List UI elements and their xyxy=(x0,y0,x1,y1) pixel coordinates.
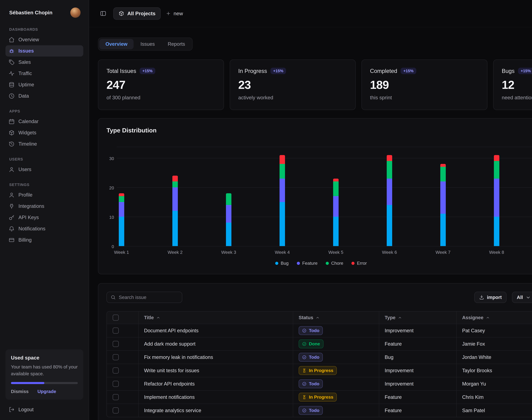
row-checkbox[interactable] xyxy=(113,381,119,387)
sidebar-item-data[interactable]: Data xyxy=(5,90,83,102)
dismiss-link[interactable]: Dismiss xyxy=(11,389,29,394)
stat-value: 247 xyxy=(106,78,215,91)
check-circle-icon xyxy=(302,408,306,413)
status-label: Todo xyxy=(309,328,319,333)
import-button[interactable]: import xyxy=(474,292,507,303)
cell-title: Integrate analytics service xyxy=(138,404,293,417)
table-row: Integrate analytics serviceTodoFeatureSa… xyxy=(107,404,532,417)
sidebar-item-users[interactable]: Users xyxy=(5,164,83,175)
row-checkbox[interactable] xyxy=(113,367,119,374)
sidebar-item-notifications[interactable]: Notifications xyxy=(5,223,83,234)
sidebar-item-widgets[interactable]: Widgets xyxy=(5,127,83,138)
sidebar-item-label: Issues xyxy=(18,48,34,54)
issues-card: import All TitleStatusTypeAssigneeDocume… xyxy=(98,283,532,420)
sidebar-item-profile[interactable]: Profile xyxy=(5,189,83,201)
cell-status: Todo xyxy=(293,404,379,417)
upgrade-link[interactable]: Upgrade xyxy=(37,389,56,394)
search-input[interactable] xyxy=(119,295,178,300)
segment-bug xyxy=(494,217,499,246)
segment-chore xyxy=(119,196,124,202)
stat-label: Bugs xyxy=(502,68,515,74)
sidebar-item-issues[interactable]: Issues xyxy=(5,45,83,57)
cube-icon xyxy=(119,11,124,16)
table-row: Implement notificationsIn ProgressFeatur… xyxy=(107,391,532,404)
sidebar-user-row: Sébastien Chopin xyxy=(5,5,83,18)
row-checkbox[interactable] xyxy=(113,354,119,360)
used-space-card: Used space Your team has used 80% of you… xyxy=(5,349,83,400)
sidebar-item-api-keys[interactable]: API Keys xyxy=(5,212,83,223)
tab-reports[interactable]: Reports xyxy=(162,39,191,49)
app-root: Sébastien Chopin DASHBOARDSOverviewIssue… xyxy=(0,0,532,420)
chart-legend: BugFeatureChoreError xyxy=(106,261,532,266)
gridline xyxy=(117,158,532,158)
x-axis-label: Week 1 xyxy=(106,250,137,255)
bug-icon xyxy=(9,48,15,54)
status-label: Done xyxy=(309,341,320,346)
sidebar-item-integrations[interactable]: Integrations xyxy=(5,201,83,212)
sidebar-item-uptime[interactable]: Uptime xyxy=(5,79,83,90)
segment-chore xyxy=(494,161,499,179)
segment-chore xyxy=(280,164,285,179)
segment-bug xyxy=(172,211,178,246)
sidebar-item-label: Overview xyxy=(18,37,39,43)
new-project-button[interactable]: new xyxy=(166,11,183,16)
segment-bug xyxy=(387,205,392,246)
section-label-users: USERS xyxy=(9,157,81,161)
sidebar-item-timeline[interactable]: Timeline xyxy=(5,138,83,150)
legend-dot xyxy=(275,262,278,265)
gridline xyxy=(117,246,532,246)
cell-assignee: Jamie Fox xyxy=(456,337,532,350)
project-selector-button[interactable]: All Projects xyxy=(113,7,161,20)
row-checkbox[interactable] xyxy=(113,407,119,414)
user-name[interactable]: Sébastien Chopin xyxy=(9,10,52,15)
column-header-title[interactable]: Title xyxy=(138,312,293,324)
x-axis-label: Week 2 xyxy=(160,250,190,255)
segment-feature xyxy=(440,181,446,214)
collapse-sidebar-button[interactable] xyxy=(98,8,108,19)
bar-week-8 xyxy=(494,155,499,246)
tab-issues[interactable]: Issues xyxy=(134,39,161,49)
sidebar-item-label: Timeline xyxy=(18,141,37,147)
used-space-progressbar xyxy=(11,382,78,384)
sidebar-item-overview[interactable]: Overview xyxy=(5,34,83,45)
select-all-checkbox[interactable] xyxy=(113,315,119,321)
chart-title: Type Distribution xyxy=(106,127,532,134)
filter-all-button[interactable]: All xyxy=(512,292,532,303)
database-icon xyxy=(9,82,15,88)
stat-label: In Progress xyxy=(238,68,267,74)
sidebar-item-billing[interactable]: Billing xyxy=(5,234,83,246)
row-checkbox[interactable] xyxy=(113,328,119,334)
sidebar-item-calendar[interactable]: Calendar xyxy=(5,116,83,127)
row-checkbox[interactable] xyxy=(113,394,119,400)
cube-icon xyxy=(9,130,15,136)
logout-button[interactable]: Logout xyxy=(5,405,83,415)
row-checkbox[interactable] xyxy=(113,341,119,347)
stat-subtext: actively worked xyxy=(238,95,347,101)
sidebar-item-label: Notifications xyxy=(18,226,46,231)
clock-icon xyxy=(9,93,15,99)
legend-label: Feature xyxy=(302,261,318,266)
stat-card-completed: Completed+15%189this sprint xyxy=(362,60,487,110)
segment-feature xyxy=(387,179,392,205)
table-row: Fix memory leak in notificationsTodoBugJ… xyxy=(107,351,532,364)
stat-card-bugs: Bugs+15%12need attention xyxy=(493,60,532,110)
plug-icon xyxy=(9,203,15,209)
cell-status: In Progress xyxy=(293,364,379,377)
table-row: Write unit tests for issuesIn ProgressIm… xyxy=(107,364,532,377)
avatar[interactable] xyxy=(70,8,81,18)
status-badge: In Progress xyxy=(299,366,337,375)
tab-overview[interactable]: Overview xyxy=(99,39,134,49)
sidebar-item-traffic[interactable]: Traffic xyxy=(5,68,83,79)
y-axis-label: 20 xyxy=(106,186,114,190)
cell-assignee: Pat Casey xyxy=(456,324,532,337)
x-axis-label: Week 5 xyxy=(320,250,351,255)
column-header-type[interactable]: Type xyxy=(379,312,456,324)
sidebar-item-sales[interactable]: Sales xyxy=(5,57,83,68)
y-axis-label: 0 xyxy=(106,244,114,249)
y-axis-label: 30 xyxy=(106,156,114,161)
status-label: In Progress xyxy=(309,368,333,373)
column-header-status[interactable]: Status xyxy=(293,312,379,324)
legend-label: Bug xyxy=(281,261,289,266)
column-header-assignee[interactable]: Assignee xyxy=(456,312,532,324)
cell-type: Bug xyxy=(379,351,456,364)
